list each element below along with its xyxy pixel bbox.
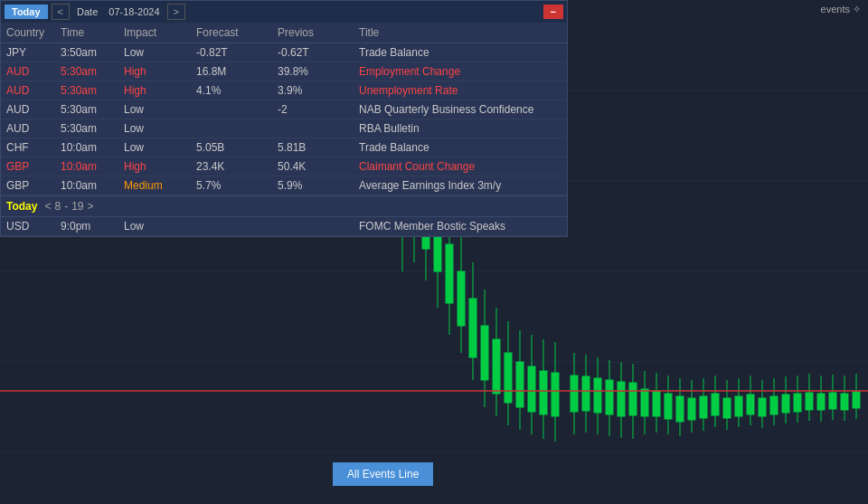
col-impact: Impact xyxy=(124,26,196,39)
event-impact: Low xyxy=(124,46,196,59)
svg-rect-46 xyxy=(641,389,648,416)
page-start: 8 xyxy=(54,200,61,213)
table-row[interactable]: AUD 5:30am High 16.8M 39.8% Employment C… xyxy=(1,62,567,81)
page-separator: - xyxy=(64,200,68,213)
event-previos: 50.4K xyxy=(278,160,359,173)
svg-rect-80 xyxy=(841,394,848,410)
svg-rect-58 xyxy=(712,394,719,415)
page-prev-button[interactable]: < xyxy=(44,200,51,213)
event-title: FOMC Member Bostic Speaks xyxy=(359,220,561,233)
close-button[interactable]: − xyxy=(543,5,563,19)
svg-rect-36 xyxy=(582,376,590,411)
event-country: GBP xyxy=(6,160,61,173)
svg-rect-44 xyxy=(629,383,637,415)
all-events-button[interactable]: All Events Line xyxy=(333,462,433,486)
col-forecast: Forecast xyxy=(196,26,278,39)
svg-rect-54 xyxy=(688,398,695,420)
next-date-button[interactable]: > xyxy=(167,4,185,20)
page-end: 19 xyxy=(71,200,83,213)
table-row[interactable]: AUD 5:30am Low -2 NAB Quarterly Business… xyxy=(1,100,567,119)
event-impact: Low xyxy=(124,103,196,116)
event-time: 10:0am xyxy=(61,179,124,192)
table-row[interactable]: AUD 5:30am High 4.1% 3.9% Unemployment R… xyxy=(1,81,567,100)
event-title: Employment Change xyxy=(359,65,561,78)
event-impact: Low xyxy=(124,122,196,135)
events-label: events ✧ xyxy=(821,4,861,15)
prev-date-button[interactable]: < xyxy=(52,4,70,20)
event-previos: 39.8% xyxy=(278,65,359,78)
panel-header: Today < Date 07-18-2024 > − xyxy=(1,1,567,23)
event-previos: 5.81B xyxy=(278,141,359,154)
event-title: Average Earnings Index 3m/y xyxy=(359,179,561,192)
event-title: Claimant Count Change xyxy=(359,160,561,173)
event-forecast: 16.8M xyxy=(196,65,278,78)
svg-rect-74 xyxy=(806,393,813,410)
svg-rect-38 xyxy=(594,378,601,413)
event-time: 3:50am xyxy=(61,46,124,59)
svg-rect-16 xyxy=(458,271,465,326)
svg-rect-14 xyxy=(446,244,453,303)
svg-rect-34 xyxy=(571,376,578,412)
event-title: NAB Quarterly Business Confidence xyxy=(359,103,561,116)
event-country: AUD xyxy=(6,122,61,135)
event-country: AUD xyxy=(6,103,61,116)
table-row[interactable]: JPY 3:50am Low -0.82T -0.62T Trade Balan… xyxy=(1,43,567,62)
event-country: GBP xyxy=(6,179,61,192)
svg-rect-32 xyxy=(552,373,559,416)
svg-rect-72 xyxy=(794,394,801,412)
svg-rect-70 xyxy=(782,395,789,413)
svg-rect-68 xyxy=(770,396,778,414)
svg-rect-50 xyxy=(665,394,672,419)
date-label: Date xyxy=(77,6,98,17)
svg-rect-64 xyxy=(747,395,754,414)
svg-rect-24 xyxy=(505,353,512,403)
event-time: 10:0am xyxy=(61,160,124,173)
col-previos: Previos xyxy=(278,26,359,39)
column-headers: Country Time Impact Forecast Previos Tit… xyxy=(1,23,567,43)
event-time: 5:30am xyxy=(61,122,124,135)
event-time: 5:30am xyxy=(61,84,124,97)
event-country: AUD xyxy=(6,65,61,78)
table-row[interactable]: GBP 10:0am High 23.4K 50.4K Claimant Cou… xyxy=(1,157,567,176)
event-title: Trade Balance xyxy=(359,141,561,154)
event-previos: 5.9% xyxy=(278,179,359,192)
svg-rect-42 xyxy=(618,382,625,416)
today-events-list: USD 9:0pm Low FOMC Member Bostic Speaks xyxy=(1,217,567,236)
event-impact: High xyxy=(124,65,196,78)
table-row[interactable]: CHF 10:0am Low 5.05B 5.81B Trade Balance xyxy=(1,138,567,157)
col-title: Title xyxy=(359,26,561,39)
today-button[interactable]: Today xyxy=(5,5,48,19)
event-forecast: 23.4K xyxy=(196,160,278,173)
col-country: Country xyxy=(6,26,61,39)
svg-rect-22 xyxy=(493,339,500,394)
event-time: 9:0pm xyxy=(61,220,124,233)
event-forecast: 5.7% xyxy=(196,179,278,192)
svg-rect-28 xyxy=(528,366,535,412)
event-time: 10:0am xyxy=(61,141,124,154)
table-row[interactable]: AUD 5:30am Low RBA Bulletin xyxy=(1,119,567,138)
event-title: Trade Balance xyxy=(359,46,561,59)
svg-rect-56 xyxy=(700,396,707,418)
svg-rect-40 xyxy=(606,380,613,414)
event-country: CHF xyxy=(6,141,61,154)
event-title: Unemployment Rate xyxy=(359,84,561,97)
today-divider: Today < 8 - 19 > xyxy=(1,195,567,217)
svg-rect-48 xyxy=(653,391,660,416)
event-previos: -0.62T xyxy=(278,46,359,59)
svg-rect-62 xyxy=(735,396,742,416)
svg-rect-66 xyxy=(759,398,766,416)
event-time: 5:30am xyxy=(61,103,124,116)
table-row[interactable]: GBP 10:0am Medium 5.7% 5.9% Average Earn… xyxy=(1,176,567,195)
svg-rect-76 xyxy=(817,394,825,410)
svg-rect-82 xyxy=(853,392,860,408)
event-impact: Medium xyxy=(124,179,196,192)
event-impact: Low xyxy=(124,220,196,233)
svg-rect-30 xyxy=(540,371,547,414)
svg-rect-20 xyxy=(481,326,488,380)
page-next-button[interactable]: > xyxy=(88,200,94,213)
event-title: RBA Bulletin xyxy=(359,122,561,135)
svg-rect-52 xyxy=(676,396,684,422)
svg-rect-18 xyxy=(469,299,476,357)
table-row[interactable]: USD 9:0pm Low FOMC Member Bostic Speaks xyxy=(1,217,567,236)
event-forecast: 4.1% xyxy=(196,84,278,97)
